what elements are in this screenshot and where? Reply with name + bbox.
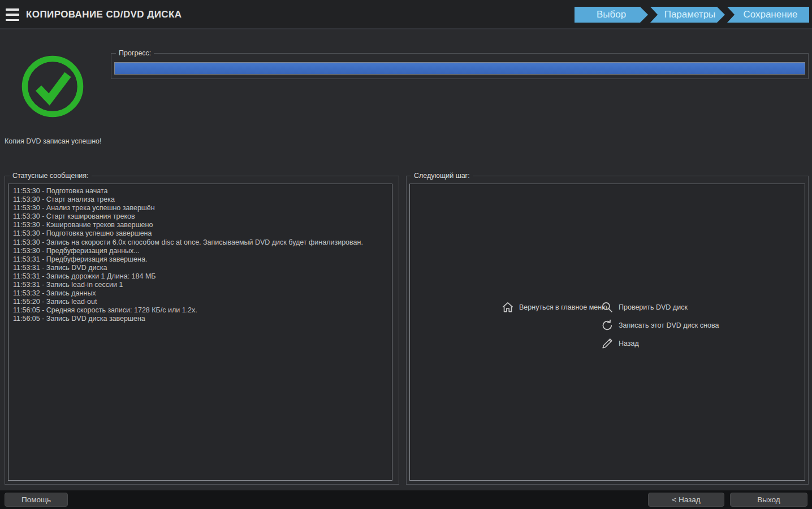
- title-bar: КОПИРОВАНИЕ CD/DVD ДИСКА Выбор Параметры…: [0, 0, 812, 29]
- app-window: КОПИРОВАНИЕ CD/DVD ДИСКА Выбор Параметры…: [0, 0, 812, 509]
- status-message-row: 11:53:30 - Подготовка начата: [13, 187, 387, 195]
- status-message-row: 11:53:30 - Подготовка успешно завершена: [13, 229, 387, 238]
- action-label: Назад: [619, 340, 639, 347]
- status-message-row: 11:56:05 - Запись DVD диска завершена: [13, 315, 387, 323]
- status-message-row: 11:53:30 - Анализ трека успешно завершён: [13, 204, 387, 212]
- success-check-icon: [20, 54, 85, 119]
- status-message-row: 11:53:31 - Предбуферизация завершена.: [13, 255, 387, 264]
- search-icon: [601, 301, 614, 314]
- progress-bar: [114, 62, 805, 75]
- status-message-row: 11:53:31 - Запись lead-in сессии 1: [13, 281, 387, 289]
- tab-saving[interactable]: Сохранение: [727, 7, 809, 23]
- status-message-list[interactable]: 11:53:30 - Подготовка начата11:53:30 - С…: [8, 184, 392, 481]
- next-step-groupbox: Следующий шаг: Вернуться в главное меню …: [406, 176, 809, 485]
- next-step-panel: Вернуться в главное меню Проверить DVD д…: [409, 184, 805, 481]
- status-message-row: 11:53:32 - Запись данных: [13, 289, 387, 298]
- wizard-steps: Выбор Параметры Сохранение: [575, 7, 809, 23]
- status-message-row: 11:53:30 - Старт анализа трека: [13, 195, 387, 204]
- page-title: КОПИРОВАНИЕ CD/DVD ДИСКА: [26, 9, 182, 20]
- bottom-bar: Помощь < Назад Выход: [0, 490, 812, 509]
- status-message-row: 11:53:31 - Запись DVD диска: [13, 264, 387, 272]
- burn-again-button[interactable]: Записать этот DVD диск снова: [601, 319, 719, 332]
- action-label: Проверить DVD диск: [619, 303, 688, 311]
- success-message: Копия DVD записан успешно!: [5, 137, 102, 145]
- progress-label: Прогресс:: [116, 49, 154, 57]
- return-to-main-menu-button[interactable]: Вернуться в главное меню: [502, 301, 607, 314]
- pencil-icon: [601, 337, 614, 350]
- status-message-row: 11:53:30 - Кэширование треков завершено: [13, 221, 387, 229]
- action-label: Вернуться в главное меню: [519, 303, 607, 311]
- next-step-label: Следующий шаг:: [411, 172, 473, 180]
- menu-icon[interactable]: [6, 8, 19, 21]
- back-button[interactable]: < Назад: [648, 493, 724, 507]
- progress-groupbox: Прогресс:: [111, 53, 809, 79]
- status-message-row: 11:56:05 - Средняя скорость записи: 1728…: [13, 306, 387, 315]
- tab-parameters[interactable]: Параметры: [650, 7, 725, 23]
- action-label: Записать этот DVD диск снова: [619, 321, 719, 329]
- exit-button[interactable]: Выход: [730, 493, 807, 507]
- refresh-icon: [601, 319, 614, 332]
- status-message-row: 11:53:31 - Запись дорожки 1 Длина: 184 М…: [13, 272, 387, 281]
- tab-selection[interactable]: Выбор: [575, 7, 648, 23]
- status-groupbox: Статусные сообщения: 11:53:30 - Подготов…: [5, 176, 399, 485]
- verify-dvd-button[interactable]: Проверить DVD диск: [601, 301, 688, 314]
- status-message-row: 11:55:20 - Запись lead-out: [13, 298, 387, 306]
- back-action-button[interactable]: Назад: [601, 337, 639, 350]
- status-message-row: 11:53:30 - Запись на скорости 6.0x спосо…: [13, 238, 387, 247]
- status-label: Статусные сообщения:: [10, 172, 92, 180]
- status-message-row: 11:53:30 - Старт кэширования треков: [13, 212, 387, 221]
- help-button[interactable]: Помощь: [5, 493, 68, 507]
- status-message-row: 11:53:30 - Предбуферизация данных...: [13, 247, 387, 255]
- home-icon: [502, 301, 514, 314]
- progress-bar-fill: [115, 63, 805, 74]
